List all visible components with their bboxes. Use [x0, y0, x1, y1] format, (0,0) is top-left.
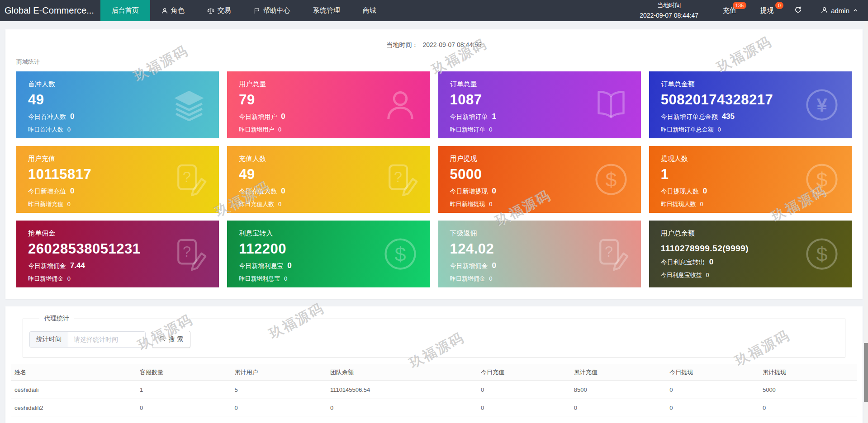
table-body: ceshidaili151110145506.540850005000ceshi… [11, 381, 857, 423]
top-navbar: Global E-Commerce... 后台首页角色交易帮助中心系统管理商城 … [0, 0, 868, 21]
table-header-cell: 今日充值 [477, 364, 570, 381]
stat-card-4: 用户充值10115817今日新增充值 0昨日新增充值 0? [16, 146, 219, 213]
nav-item-label: 商城 [363, 6, 376, 15]
main-menu: 后台首页角色交易帮助中心系统管理商城 [100, 0, 388, 21]
table-header-row: 姓名客服数量累计用户团队余额今日充值累计充值今日提现累计提现 [11, 364, 857, 381]
stat-time-label: 统计时间 [29, 331, 68, 348]
user-name: admin [831, 7, 849, 14]
scrollbar-track[interactable] [864, 21, 868, 423]
withdraw-button[interactable]: 提现 0 [748, 0, 785, 21]
stat-time-group: 统计时间 [29, 331, 146, 348]
table-cell: ceshidaili [11, 381, 136, 399]
card-yesterday-line: 昨日新增订单 0 [450, 126, 629, 134]
dollar-circle-icon: $ [382, 236, 418, 272]
table-cell: 0 [136, 417, 231, 423]
card-yesterday-line: 昨日新增佣金 0 [450, 275, 629, 283]
panel-time-value: 2022-09-07 08:44:55 [423, 41, 482, 48]
table-header-cell: 累计充值 [570, 364, 666, 381]
table-row[interactable]: a000010000000 [11, 417, 857, 423]
scrollbar-thumb[interactable] [864, 343, 868, 402]
nav-item-5[interactable]: 商城 [351, 0, 388, 21]
table-cell: 0 [666, 399, 759, 417]
table-header-cell: 客服数量 [136, 364, 231, 381]
stat-card-0: 首冲人数49今日首冲人数 0昨日首冲人数 0 [16, 71, 219, 138]
nav-item-label: 交易 [218, 6, 231, 15]
local-time-label: 当地时间 [640, 1, 698, 10]
table-header-cell: 团队余额 [327, 364, 477, 381]
table-cell: 1110145506.54 [327, 381, 477, 399]
withdraw-badge: 0 [775, 2, 783, 9]
nav-item-1[interactable]: 角色 [150, 0, 196, 21]
table-row[interactable]: ceshidaili151110145506.540850005000 [11, 381, 857, 399]
edit-doc-icon: ? [382, 161, 418, 197]
table-cell: 0 [666, 417, 759, 423]
filter-row: 统计时间 搜 索 [29, 331, 839, 348]
stat-card-3: 订单总金额50820174328217今日新增订单总金额 435昨日新增订单总金… [649, 71, 852, 138]
nav-item-0[interactable]: 后台首页 [100, 0, 150, 21]
nav-item-label: 角色 [171, 6, 185, 15]
table-cell: 0 [666, 381, 759, 399]
section-title: 商城统计 [16, 58, 863, 66]
table-cell: 0 [231, 399, 326, 417]
refresh-icon [794, 6, 802, 15]
search-icon [159, 335, 166, 343]
dollar-circle-icon: $ [593, 161, 629, 197]
svg-text:$: $ [816, 168, 827, 191]
table-cell: 0 [231, 417, 326, 423]
table-header-cell: 累计提现 [759, 364, 857, 381]
local-time-value: 2022-09-07 08:44:47 [640, 10, 698, 20]
table-cell: ceshidalili2 [11, 399, 136, 417]
card-yesterday-line: 昨日首冲人数 0 [28, 126, 207, 134]
shop-statistics-panel: 当地时间：2022-09-07 08:44:55 商城统计 首冲人数49今日首冲… [5, 29, 863, 299]
nav-item-label: 帮助中心 [263, 6, 290, 15]
svg-text:$: $ [605, 168, 617, 191]
card-yesterday-line: 昨日新增利息宝 0 [239, 275, 418, 283]
table-cell: 5 [231, 381, 326, 399]
table-header-cell: 姓名 [11, 364, 136, 381]
table-cell: 0 [477, 381, 570, 399]
table-cell: 5000 [759, 381, 857, 399]
table-row[interactable]: ceshidalili20000000 [11, 399, 857, 417]
layers-icon [171, 87, 207, 123]
table-header-cell: 今日提现 [666, 364, 759, 381]
table-cell: 0 [570, 399, 666, 417]
table-cell: 0 [477, 399, 570, 417]
card-yesterday-line: 昨日新增充值 0 [28, 200, 207, 208]
nav-item-4[interactable]: 系统管理 [302, 0, 351, 21]
card-yesterday-line: 昨日新增订单总金额 0 [661, 126, 840, 134]
brand-title: Global E-Commerce... [0, 0, 100, 21]
recharge-button[interactable]: 充值 135 [711, 0, 748, 21]
card-yesterday-line: 昨日提现人数 0 [661, 200, 840, 208]
card-yesterday-line: 昨日新增佣金 0 [28, 275, 207, 283]
nav-item-2[interactable]: 交易 [196, 0, 242, 21]
recharge-badge: 135 [733, 2, 746, 9]
svg-text:$: $ [394, 243, 406, 266]
search-button[interactable]: 搜 索 [152, 331, 190, 348]
nav-item-label: 系统管理 [313, 6, 340, 15]
refresh-button[interactable] [785, 6, 811, 15]
flag-icon [254, 8, 260, 14]
agent-legend: 代理统计 [39, 315, 74, 323]
svg-text:?: ? [183, 169, 191, 185]
nav-item-3[interactable]: 帮助中心 [242, 0, 302, 21]
svg-text:?: ? [183, 244, 191, 260]
edit-doc-icon: ? [171, 161, 207, 197]
stat-card-8: 抢单佣金26028538051231今日新增佣金 7.44昨日新增佣金 0? [16, 221, 219, 287]
navbar-right: 当地时间 2022-09-07 08:44:47 充值 135 提现 0 adm… [627, 0, 868, 21]
user-menu[interactable]: admin [811, 7, 868, 15]
table-cell: 0 [477, 417, 570, 423]
panel-time-label: 当地时间： [387, 41, 418, 48]
dollar-circle-icon: $ [804, 236, 840, 272]
nav-item-label: 后台首页 [112, 6, 139, 15]
stat-card-7: 提现人数1今日提现人数 0昨日提现人数 0$ [649, 146, 852, 213]
person-icon [382, 87, 418, 123]
agent-statistics-panel: 代理统计 统计时间 搜 索 姓名客服数量累计用户团队余额今日充值累计充值今日提现… [5, 306, 863, 423]
table-cell: 1 [136, 381, 231, 399]
search-button-label: 搜 索 [169, 335, 183, 343]
scales-icon [207, 7, 214, 14]
stat-time-input[interactable] [68, 331, 146, 348]
user-icon [161, 8, 168, 14]
chevron-up-icon [853, 7, 858, 14]
agent-fieldset: 代理统计 统计时间 搜 索 [23, 315, 845, 357]
card-yesterday-line: 今日利息宝收益 0 [661, 271, 840, 279]
